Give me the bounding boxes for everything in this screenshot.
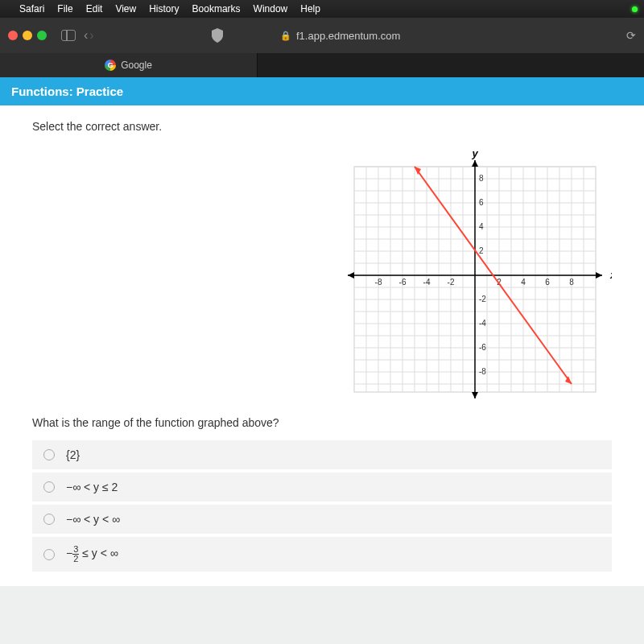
- privacy-shield-icon[interactable]: [211, 28, 224, 43]
- reload-button[interactable]: ⟳: [626, 29, 636, 42]
- answer-option-1[interactable]: {2}: [32, 440, 612, 469]
- svg-text:-2: -2: [448, 278, 455, 287]
- sidebar-toggle-icon[interactable]: [61, 30, 76, 41]
- menu-bookmarks[interactable]: Bookmarks: [192, 3, 241, 14]
- svg-text:4: 4: [521, 278, 526, 287]
- radio-icon: [43, 481, 55, 493]
- minimize-window-icon[interactable]: [23, 31, 32, 40]
- answer-label: −∞ < y ≤ 2: [66, 481, 118, 493]
- radio-icon: [43, 549, 55, 560]
- address-bar[interactable]: 🔒 f1.app.edmentum.com: [280, 30, 400, 42]
- svg-text:6: 6: [545, 278, 550, 287]
- svg-text:-2: -2: [479, 295, 486, 303]
- macos-menu-bar: Safari File Edit View History Bookmarks …: [0, 0, 644, 18]
- tab-title: Google: [121, 60, 152, 71]
- svg-marker-41: [348, 272, 354, 279]
- window-controls[interactable]: [8, 31, 47, 40]
- menu-help[interactable]: Help: [300, 3, 320, 14]
- instruction-text: Select the correct answer.: [32, 120, 612, 133]
- menu-view[interactable]: View: [115, 3, 136, 14]
- svg-text:-6: -6: [399, 278, 407, 287]
- svg-text:8: 8: [569, 278, 574, 287]
- radio-icon: [43, 449, 55, 460]
- answer-label: −∞ < y < ∞: [66, 513, 120, 526]
- lesson-header: Functions: Practice: [0, 77, 644, 105]
- forward-button: ›: [89, 28, 93, 43]
- answer-list: {2} −∞ < y ≤ 2 −∞ < y < ∞ −32 ≤ y < ∞: [32, 440, 612, 572]
- svg-text:-6: -6: [479, 343, 486, 352]
- answer-label: −32 ≤ y < ∞: [66, 545, 118, 564]
- svg-text:8: 8: [479, 174, 484, 183]
- browser-tab-bar: G Google: [0, 53, 644, 77]
- answer-option-4[interactable]: −32 ≤ y < ∞: [32, 537, 612, 572]
- svg-text:-4: -4: [423, 278, 431, 287]
- function-graph: y x -8 -6 -4 -2 2 4 6 8 8: [32, 142, 612, 400]
- app-name[interactable]: Safari: [19, 3, 44, 14]
- browser-tab[interactable]: G Google: [0, 53, 258, 77]
- svg-marker-43: [472, 392, 478, 398]
- answer-label: {2}: [66, 448, 80, 461]
- svg-text:4: 4: [479, 222, 484, 231]
- radio-icon: [43, 514, 55, 525]
- svg-marker-40: [596, 272, 602, 279]
- menu-history[interactable]: History: [149, 3, 179, 14]
- question-text: What is the range of the function graphe…: [32, 416, 612, 429]
- lock-icon: 🔒: [280, 31, 291, 41]
- svg-text:-8: -8: [375, 278, 382, 287]
- google-favicon-icon: G: [105, 60, 116, 71]
- page-content: Functions: Practice Select the correct a…: [0, 77, 644, 644]
- menu-edit[interactable]: Edit: [86, 3, 103, 14]
- svg-text:-8: -8: [479, 367, 486, 376]
- back-button[interactable]: ‹: [84, 28, 88, 43]
- y-axis-label: y: [471, 147, 478, 159]
- menu-window[interactable]: Window: [254, 3, 288, 14]
- close-window-icon[interactable]: [8, 31, 18, 40]
- svg-text:2: 2: [479, 246, 484, 255]
- camera-status-icon: [632, 6, 638, 12]
- menu-file[interactable]: File: [57, 3, 72, 14]
- maximize-window-icon[interactable]: [37, 31, 47, 40]
- browser-toolbar: ‹ › 🔒 f1.app.edmentum.com ⟳: [0, 18, 644, 53]
- x-axis-label: x: [609, 269, 612, 281]
- url-text: f1.app.edmentum.com: [296, 30, 400, 42]
- answer-option-2[interactable]: −∞ < y ≤ 2: [32, 473, 612, 502]
- answer-option-3[interactable]: −∞ < y < ∞: [32, 505, 612, 534]
- svg-text:-4: -4: [479, 319, 486, 328]
- svg-marker-42: [472, 160, 478, 167]
- svg-text:6: 6: [479, 198, 484, 207]
